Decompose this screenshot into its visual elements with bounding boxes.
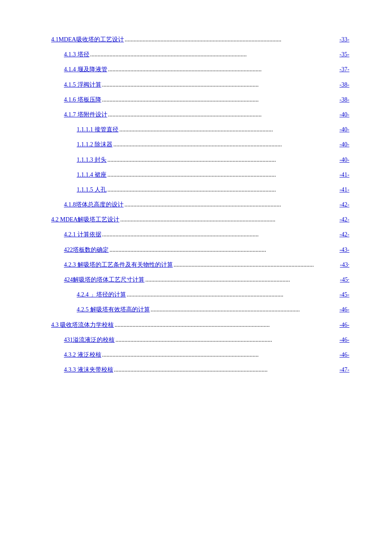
toc-link[interactable]: 4.2.1 计算依据 [64, 229, 101, 240]
toc-item: 1.1.1.4 裙座..............................… [51, 169, 349, 180]
toc-item: 424解吸塔的塔体工艺尺寸计算.........................… [51, 274, 349, 285]
toc-page-number[interactable]: -46- [340, 320, 349, 330]
toc-link[interactable]: 4.1.6 塔板压降 [64, 94, 101, 105]
toc-link[interactable]: 1.1.1.1 接管直径 [77, 124, 118, 135]
toc-page-number[interactable]: -42- [340, 199, 349, 210]
table-of-contents: 4.1MDEA吸收塔的工艺设计.........................… [51, 34, 349, 375]
toc-dots: ........................................… [150, 304, 340, 315]
toc-item: 4.2.3 解吸塔的工艺条件及有关物性的计算..................… [51, 259, 349, 270]
toc-dots: ........................................… [107, 64, 340, 75]
toc-item: 4.2.1 计算依据..............................… [51, 229, 349, 240]
toc-link[interactable]: 4.2.5 解吸塔有效塔高的计算 [77, 304, 150, 315]
toc-dots: ........................................… [113, 364, 340, 375]
toc-dots: ........................................… [144, 274, 340, 285]
toc-link[interactable]: 4.2.4 」塔径的计算 [77, 289, 126, 300]
toc-page-number[interactable]: -40- [340, 139, 349, 150]
toc-link[interactable]: 4.3.3 液沫夹带校核 [64, 364, 113, 375]
toc-item: 4.3 吸收塔流体力学校核...........................… [51, 320, 349, 330]
toc-page-number[interactable]: -42- [340, 214, 349, 225]
toc-page-number[interactable]: -40- [340, 154, 349, 165]
toc-dots: ........................................… [109, 244, 340, 255]
toc-page-number[interactable]: -38- [340, 94, 349, 105]
toc-dots: ........................................… [107, 109, 340, 120]
toc-item: 431溢流液泛的校核..............................… [51, 334, 349, 345]
toc-link[interactable]: 422塔板数的确定 [64, 244, 109, 255]
toc-link[interactable]: 4.3.2 液泛校核 [64, 349, 101, 360]
toc-item: 4.1.4 堰及降液管.............................… [51, 64, 349, 75]
toc-item: 4.2.4 」塔径的计算............................… [51, 289, 349, 300]
toc-item: 4.2.5 解吸塔有效塔高的计算........................… [51, 304, 349, 315]
toc-page-number[interactable]: -47- [340, 364, 349, 375]
toc-item: 4.3.3 液沫夹带校核............................… [51, 364, 349, 375]
page: 4.1MDEA吸收塔的工艺设计.........................… [0, 0, 392, 555]
toc-link[interactable]: 424解吸塔的塔体工艺尺寸计算 [64, 274, 144, 285]
toc-link[interactable]: 4.1.8塔体总高度的设计 [64, 199, 124, 210]
toc-item: 4.2 MDEA解吸塔工艺设计.........................… [51, 214, 349, 225]
toc-link[interactable]: 1.1.1.3 封头 [77, 154, 107, 165]
toc-page-number[interactable]: -46- [340, 349, 349, 360]
toc-link[interactable]: 1.1.1.4 裙座 [77, 169, 107, 180]
toc-dots: ........................................… [107, 154, 340, 165]
toc-item: 4.1MDEA吸收塔的工艺设计.........................… [51, 34, 349, 45]
toc-link[interactable]: 4.1.4 堰及降液管 [64, 64, 107, 75]
toc-dots: ........................................… [173, 259, 340, 270]
toc-item: 4.3.2 液泛校核..............................… [51, 349, 349, 360]
toc-page-number[interactable]: -43- [340, 244, 349, 255]
toc-link[interactable]: 1.1.1.5 人孔 [77, 184, 107, 195]
toc-page-number[interactable]: -37- [340, 64, 349, 75]
toc-item: 1.1.1.5 人孔..............................… [51, 184, 349, 195]
toc-item: 4.1.3 塔径................................… [51, 49, 349, 60]
toc-dots: ........................................… [107, 184, 340, 195]
toc-page-number[interactable]: -33- [340, 34, 349, 45]
toc-item: 1.1.1.3 封头..............................… [51, 154, 349, 165]
toc-page-number[interactable]: -42- [340, 229, 349, 240]
toc-link[interactable]: 4.3 吸收塔流体力学校核 [51, 320, 114, 330]
toc-page-number[interactable]: -46- [340, 334, 349, 345]
toc-page-number[interactable]: -41- [340, 184, 349, 195]
toc-item: 4.1.7 塔附件设计.............................… [51, 109, 349, 120]
toc-link[interactable]: 4.1.3 塔径 [64, 49, 89, 60]
toc-page-number[interactable]: -40- [340, 109, 349, 120]
toc-link[interactable]: 1.1.1.2 除沫器 [77, 139, 112, 150]
toc-item: 1.1.1.1 接管直径............................… [51, 124, 349, 135]
toc-link[interactable]: 4.1.7 塔附件设计 [64, 109, 107, 120]
toc-page-number[interactable]: -43· [340, 259, 349, 270]
toc-item: 1.1.1.2 除沫器.............................… [51, 139, 349, 150]
toc-page-number[interactable]: -45- [340, 289, 349, 300]
toc-dots: ........................................… [89, 49, 340, 60]
toc-item: 4.1.6 塔板压降..............................… [51, 94, 349, 105]
toc-dots: ........................................… [101, 94, 340, 105]
toc-dots: ........................................… [124, 34, 340, 45]
toc-page-number[interactable]: -35- [340, 49, 349, 60]
toc-page-number[interactable]: -38- [340, 79, 349, 90]
toc-link[interactable]: 4.2 MDEA解吸塔工艺设计 [51, 214, 119, 225]
toc-dots: ........................................… [124, 199, 340, 210]
toc-dots: ........................................… [112, 139, 340, 150]
toc-dots: ........................................… [101, 79, 340, 90]
toc-item: 4.1.5 浮阀计算..............................… [51, 79, 349, 90]
toc-page-number[interactable]: -46- [340, 304, 349, 315]
toc-item: 4.1.8塔体总高度的设计...........................… [51, 199, 349, 210]
toc-link[interactable]: 431溢流液泛的校核 [64, 334, 115, 345]
toc-link[interactable]: 4.1.5 浮阀计算 [64, 79, 101, 90]
toc-dots: ........................................… [114, 320, 340, 330]
toc-page-number[interactable]: -41- [340, 169, 349, 180]
toc-dots: ........................................… [115, 334, 340, 345]
toc-dots: ........................................… [119, 214, 339, 225]
toc-page-number[interactable]: -40- [340, 124, 349, 135]
toc-link[interactable]: 4.2.3 解吸塔的工艺条件及有关物性的计算 [64, 259, 173, 270]
toc-link[interactable]: 4.1MDEA吸收塔的工艺设计 [51, 34, 124, 45]
toc-page-number[interactable]: -45· [340, 274, 349, 285]
toc-dots: ........................................… [107, 169, 340, 180]
toc-dots: ........................................… [101, 349, 340, 360]
toc-dots: ........................................… [118, 124, 340, 135]
toc-dots: ........................................… [101, 229, 340, 240]
toc-dots: ........................................… [126, 289, 340, 300]
toc-item: 422塔板数的确定...............................… [51, 244, 349, 255]
